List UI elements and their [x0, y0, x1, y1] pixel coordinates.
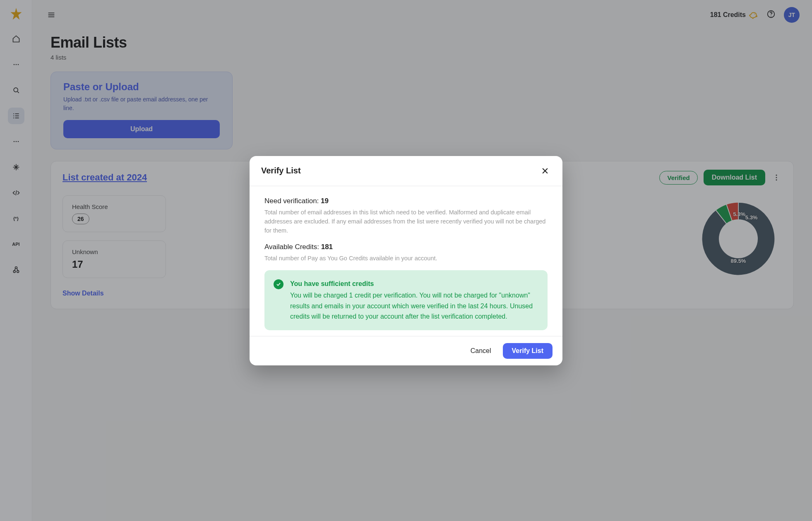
verify-list-modal: Verify List Need verification: 19 Total … — [250, 156, 562, 364]
sufficient-credits-notice: You have sufficient credits You will be … — [264, 270, 548, 330]
cancel-button[interactable]: Cancel — [463, 343, 499, 359]
notice-lead: You have sufficient credits — [290, 279, 538, 289]
available-credits-desc: Total number of Pay as You Go Credits av… — [264, 254, 548, 263]
need-verification-desc: Total number of email addresses in this … — [264, 207, 548, 235]
close-icon — [541, 166, 549, 175]
available-credits-row: Available Credits: 181 — [264, 243, 548, 251]
notice-body: You will be charged 1 credit per verific… — [290, 292, 533, 320]
close-button[interactable] — [539, 165, 551, 176]
modal-title: Verify List — [261, 166, 301, 175]
check-icon — [274, 279, 283, 289]
need-verification-row: Need verification: 19 — [264, 197, 548, 205]
verify-button[interactable]: Verify List — [503, 343, 553, 359]
